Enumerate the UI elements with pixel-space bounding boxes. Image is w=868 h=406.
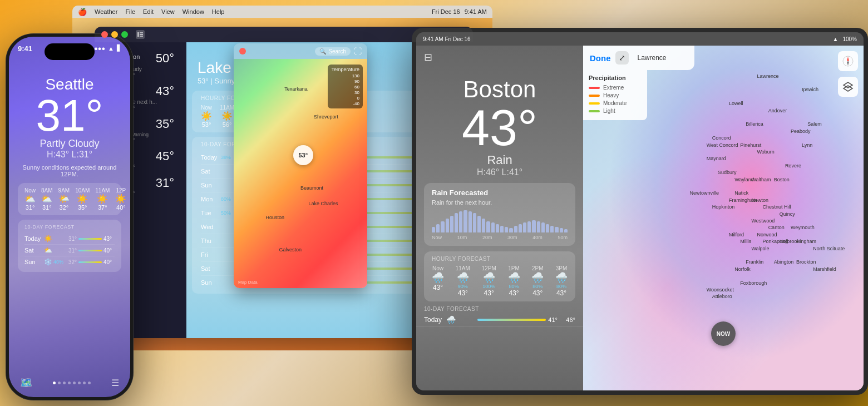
loc-temp: 45°	[156, 149, 174, 164]
temp-map-search-bar[interactable]: 🔍 Search	[315, 47, 351, 56]
legend-heavy: Heavy	[589, 92, 642, 98]
rain-bar	[519, 224, 522, 232]
sidebar-toggle-btn[interactable]	[136, 30, 145, 39]
iphone-temp: 31°	[18, 93, 121, 138]
svg-rect-0	[137, 32, 139, 37]
map-city-label: Marshfield	[813, 266, 836, 272]
ipad-hour-item: 2PM🌧️80%43°	[531, 265, 544, 297]
traffic-light-minimize[interactable]	[111, 31, 118, 38]
rain-time-label: 20m	[482, 235, 492, 240]
map-city-label: Boston	[774, 177, 790, 182]
ipad-compass-btn[interactable]	[838, 51, 858, 71]
legend-light: Light	[589, 108, 642, 114]
ipad-map-legend: Precipitation Extreme Heavy Moderate Lig…	[583, 70, 647, 120]
traffic-light-close[interactable]	[101, 31, 108, 38]
iphone-10day-rows: Today ☀️ 31° 43° Sat ⛅ 31° 40° Sun ❄️ 40…	[24, 233, 115, 268]
loc-temp: 50°	[156, 51, 174, 66]
map-city-label: Pinehurst	[740, 142, 761, 148]
legend-heavy-label: Heavy	[603, 92, 619, 98]
legend-moderate-label: Moderate	[603, 100, 627, 106]
map-city-label: Peabody	[791, 128, 811, 134]
svg-marker-6	[847, 61, 849, 66]
ipad-day-bar	[477, 319, 546, 321]
battery-icon: ▋	[117, 44, 121, 52]
menu-view[interactable]: View	[161, 8, 175, 15]
rain-time-label: Now	[432, 235, 442, 240]
traffic-light-zoom[interactable]	[121, 31, 128, 38]
temp-scale-value: 0	[331, 96, 359, 101]
signal-icon: ●●●	[94, 45, 105, 52]
rain-bar	[477, 216, 481, 232]
rain-bar	[509, 228, 512, 232]
ipad-hour-item: 3PM🌧️80%43°	[555, 265, 568, 297]
svg-rect-3	[140, 36, 143, 37]
dot-1	[53, 382, 56, 384]
legend-light-color	[589, 110, 600, 112]
dot-3	[63, 382, 66, 384]
svg-marker-5	[847, 57, 849, 61]
temp-map-panel: 🔍 Search ⛶ Temperature 1309060300-40 53°…	[234, 43, 367, 288]
ipad-day-bar-area: 41°	[460, 316, 564, 323]
menu-help[interactable]: Help	[212, 8, 225, 15]
ipad-boston-panel: ⊟ Boston 43° Rain H:46° L:41° Rain Forec…	[416, 46, 583, 390]
iphone-hourly-scroll[interactable]: Now⛅31°8AM⛅31°9AM🌤️32°10AM☀️35°11AM☀️37°…	[18, 183, 121, 215]
rain-bar	[537, 221, 540, 232]
ipad-rain-bars	[432, 210, 568, 232]
ipad-sidebar-btn[interactable]: ⊟	[424, 51, 432, 63]
lake-charles-label: Lake Charles	[308, 201, 338, 206]
ipad-day-hi: 41°	[548, 316, 564, 323]
temp-map-expand-icon[interactable]: ⛶	[354, 47, 362, 56]
iphone-status-icons: ●●● ▲ ▋	[94, 44, 121, 52]
ipad-day-icon: 🌧️	[446, 315, 460, 324]
iphone-bottom-bar: 🗺️ ☰	[9, 377, 130, 389]
map-city-label: Woonsocket	[707, 287, 734, 293]
temp-scale-value: 90	[331, 79, 359, 84]
ipad-now-button[interactable]: NOW	[711, 321, 736, 346]
map-city-label: Weymouth	[791, 225, 815, 230]
ipad-done-button[interactable]: Done	[590, 53, 611, 63]
ipad-rain-title: Rain Forecasted	[432, 189, 568, 197]
map-city-label: Canton	[768, 225, 785, 230]
temp-scale-value: -40	[331, 101, 359, 106]
dot-7	[83, 382, 86, 384]
map-city-label: Natick	[734, 190, 748, 196]
menu-weather[interactable]: Weather	[95, 8, 117, 15]
rain-bar	[555, 227, 558, 232]
legend-extreme: Extreme	[589, 85, 642, 91]
ipad-layers-btn[interactable]	[838, 77, 858, 97]
map-city-label: Brockton	[796, 259, 816, 265]
map-city-label: Wayland	[734, 177, 754, 182]
iphone-hourly-inner: Now⛅31°8AM⛅31°9AM🌤️32°10AM☀️35°11AM☀️37°…	[24, 187, 115, 211]
menu-edit[interactable]: Edit	[143, 8, 154, 15]
iphone-weather-content: Seattle 31° Partly Cloudy H:43° L:31° Su…	[9, 67, 130, 272]
iphone-10day-label: 10-DAY FORECAST	[24, 224, 115, 230]
beaumont-label: Beaumont	[300, 185, 323, 191]
dot-6	[78, 382, 81, 384]
rain-bar	[514, 226, 517, 232]
rain-bar	[482, 219, 485, 232]
rain-bar	[473, 213, 476, 232]
ipad-hourly-card: HOURLY FORECAST Now🌧️43°11AM🌧️90%43°12PM…	[424, 251, 575, 301]
search-icon: 🔍	[319, 48, 326, 55]
iphone-hour-item: Now⛅31°	[24, 187, 36, 211]
legend-moderate-color	[589, 102, 600, 105]
map-city-label: Andover	[768, 108, 787, 113]
map-city-label: Chestnut Hill	[763, 204, 791, 210]
menubar-right: Fri Dec 16 9:41 AM	[432, 8, 487, 15]
temp-map-close-btn[interactable]	[239, 48, 246, 55]
map-city-label: Concord	[712, 135, 731, 141]
map-icon[interactable]: 🗺️	[20, 377, 32, 389]
ipad-expand-button[interactable]: ⤢	[615, 51, 629, 65]
rain-bar	[550, 226, 554, 232]
iphone-day-row: Sun ❄️ 40% 32° 40°	[24, 256, 115, 268]
menu-file[interactable]: File	[125, 8, 135, 15]
rain-bar	[468, 211, 472, 232]
ipad-boston-temp: 43°	[416, 103, 583, 153]
ipad-day-name: Today	[424, 316, 446, 324]
legend-heavy-color	[589, 95, 600, 97]
menu-window[interactable]: Window	[183, 8, 204, 15]
ipad-status-bar: 9:41 AM Fri Dec 16 ▲ 100%	[416, 32, 864, 46]
iphone-day-row: Today ☀️ 31° 43°	[24, 233, 115, 245]
map-city-label: Abington	[774, 259, 794, 265]
list-icon[interactable]: ☰	[111, 378, 119, 388]
